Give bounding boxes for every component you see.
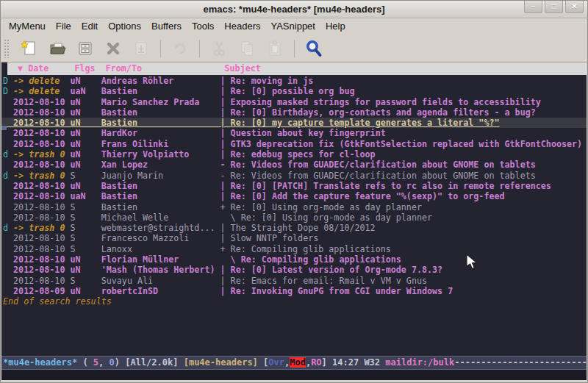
window-controls: –□✕ xyxy=(524,1,584,13)
message-row[interactable]: D -> delete uN Andreas Röhler | Re: movi… xyxy=(1,76,587,86)
message-row[interactable]: 2012-08-10 S Michael Welle \ Re: [0] Usi… xyxy=(1,212,587,223)
new-file-button[interactable] xyxy=(18,37,41,60)
modeline-segment: [mu4e-headers] xyxy=(184,357,258,368)
message-row[interactable]: D -> delete uaN Bastien | Re: [0] possib… xyxy=(1,86,587,96)
close-icon xyxy=(104,40,122,57)
menu-item-headers[interactable]: Headers xyxy=(219,18,265,35)
paste-icon xyxy=(266,40,284,57)
paste-button[interactable] xyxy=(263,37,287,60)
open-folder-button[interactable] xyxy=(46,37,69,60)
window-title: emacs: *mu4e-headers* [mu4e-headers] xyxy=(1,1,587,18)
close-button[interactable]: ✕ xyxy=(565,1,584,13)
message-row[interactable]: d -> trash 0 S webmaster@straightd... | … xyxy=(1,223,587,233)
copy-button[interactable] xyxy=(235,37,259,60)
modeline-segment: ] 14:27 W32 xyxy=(322,357,386,368)
message-row[interactable]: 2012-08-10 S Lanoxx + Re: Compiling glib… xyxy=(1,244,587,254)
modeline-segment: -------------------------------- xyxy=(454,357,587,368)
message-row[interactable]: 2012-08-09 uN robertcInSD | Re: Invoking… xyxy=(1,286,587,296)
modeline-segment: RO xyxy=(311,357,321,368)
open-folder-icon xyxy=(49,40,66,57)
message-row[interactable]: 2012-08-10 uaN Bastien | Re: [0] Add the… xyxy=(1,191,587,201)
save-as-button[interactable] xyxy=(129,37,153,60)
cut-icon xyxy=(210,40,228,57)
mouse-cursor xyxy=(466,254,478,270)
undo-button[interactable] xyxy=(168,37,192,60)
menu-item-mymenu[interactable]: MyMenu xyxy=(4,18,51,35)
message-row[interactable]: 2012-08-10 S Suvayu Ali | Re: Emacs for … xyxy=(1,276,587,286)
message-row[interactable]: 2012-08-10 uN Bastien | Re: [0] my captu… xyxy=(1,118,587,128)
message-row[interactable]: 2012-08-10 uN Bastien | Re: [0] [PATCH] … xyxy=(1,181,587,191)
titlebar[interactable]: emacs: *mu4e-headers* [mu4e-headers] –□✕ xyxy=(1,1,587,18)
mu4e-headers-buffer: ▼ Date Flgs From/To Subject D -> delete … xyxy=(1,62,587,380)
toolbar-separator xyxy=(160,40,161,57)
modeline-segment: maildir:/bulk xyxy=(385,357,454,368)
toolbar xyxy=(1,35,587,62)
undo-icon xyxy=(171,40,189,57)
message-row[interactable]: 2012-08-10 S Francesco Mazzoli | Slow NN… xyxy=(1,233,587,243)
message-row[interactable]: 2012-08-10 uN 'Mash (Thomas Herbert) | R… xyxy=(1,265,587,275)
toolbar-drag-handle[interactable] xyxy=(4,39,10,58)
end-of-search-results: End of search results xyxy=(1,296,587,307)
message-row[interactable]: 2012-08-10 uN Bastien | Re: [0] Birthday… xyxy=(1,107,587,118)
modeline-segment: [ xyxy=(258,357,268,368)
menu-item-yasnippet[interactable]: YASnippet xyxy=(265,18,320,35)
toolbar-separator xyxy=(199,40,200,57)
save-as-icon xyxy=(132,40,150,57)
menu-item-edit[interactable]: Edit xyxy=(76,18,103,35)
message-row[interactable]: 2012-08-10 uN HardKor | Question about k… xyxy=(1,128,587,138)
message-row[interactable]: d -> trash 0 S Juanjo Marin - Re: Videos… xyxy=(1,171,587,181)
close-buffer-button[interactable] xyxy=(101,37,125,60)
save-archive-icon xyxy=(76,40,94,57)
search-button[interactable] xyxy=(302,37,326,60)
message-row[interactable]: 2012-08-10 uN Florian Müllner \ Re: Comp… xyxy=(1,254,587,265)
message-list: D -> delete uN Andreas Röhler | Re: movi… xyxy=(1,75,587,356)
message-row[interactable]: 2012-08-10 uN Mario Sanchez Prada | Expo… xyxy=(1,97,587,107)
message-row[interactable]: 2012-08-10 uN Xan Lopez - Re: Videos fro… xyxy=(1,160,587,170)
modeline-segment: ( xyxy=(77,357,93,368)
menubar: MyMenuFileEditOptionsBuffersToolsHeaders… xyxy=(1,18,587,35)
copy-icon xyxy=(238,40,256,57)
minimize-button[interactable]: – xyxy=(524,1,542,13)
modeline-segment: ) [All/2.0k] xyxy=(115,357,184,368)
menu-item-help[interactable]: Help xyxy=(320,18,351,35)
message-row[interactable]: 2012-08-10 uN Frans Oilinki | GTK3 depre… xyxy=(1,139,587,149)
message-row[interactable]: d -> trash 0 uN Thierry Volpiatto | Re: … xyxy=(1,149,587,160)
modeline-segment: , xyxy=(98,357,109,368)
modeline-segment: 0 xyxy=(110,357,115,368)
modeline-segment: Mod xyxy=(290,357,306,368)
modeline-segment: 5 xyxy=(93,357,98,368)
search-icon xyxy=(304,39,323,58)
modeline-segment: *mu4e-headers* xyxy=(3,357,77,368)
menu-item-options[interactable]: Options xyxy=(103,18,146,35)
message-row[interactable]: 2012-08-10 S Bastien + Re: [0] Using org… xyxy=(1,202,587,212)
echo-area[interactable] xyxy=(1,370,587,380)
menu-item-buffers[interactable]: Buffers xyxy=(146,18,187,35)
modeline-segment: Ovr xyxy=(268,357,284,368)
cut-button[interactable] xyxy=(207,37,231,60)
emacs-window: emacs: *mu4e-headers* [mu4e-headers] –□✕… xyxy=(0,0,588,383)
maximize-button[interactable]: □ xyxy=(545,1,563,13)
modeline: *mu4e-headers* ( 5, 0) [All/2.0k] [mu4e-… xyxy=(1,356,587,370)
menu-item-tools[interactable]: Tools xyxy=(187,18,219,35)
new-file-icon xyxy=(21,40,38,57)
headers-column-header[interactable]: ▼ Date Flgs From/To Subject xyxy=(7,62,587,75)
menu-item-file[interactable]: File xyxy=(51,18,76,35)
save-archive-button[interactable] xyxy=(74,37,97,60)
toolbar-separator xyxy=(294,40,295,57)
